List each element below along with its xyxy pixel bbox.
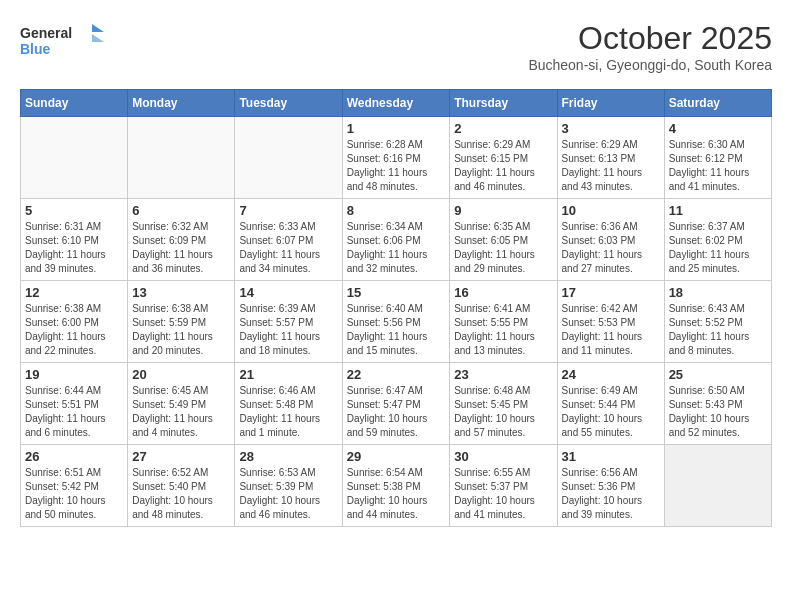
logo: General Blue: [20, 20, 110, 60]
calendar-cell: 30Sunrise: 6:55 AM Sunset: 5:37 PM Dayli…: [450, 445, 557, 527]
day-info: Sunrise: 6:38 AM Sunset: 5:59 PM Dayligh…: [132, 302, 230, 358]
calendar-cell: 25Sunrise: 6:50 AM Sunset: 5:43 PM Dayli…: [664, 363, 771, 445]
day-info: Sunrise: 6:45 AM Sunset: 5:49 PM Dayligh…: [132, 384, 230, 440]
calendar-cell: 20Sunrise: 6:45 AM Sunset: 5:49 PM Dayli…: [128, 363, 235, 445]
calendar-cell: 6Sunrise: 6:32 AM Sunset: 6:09 PM Daylig…: [128, 199, 235, 281]
day-info: Sunrise: 6:32 AM Sunset: 6:09 PM Dayligh…: [132, 220, 230, 276]
calendar-cell: 23Sunrise: 6:48 AM Sunset: 5:45 PM Dayli…: [450, 363, 557, 445]
day-number: 3: [562, 121, 660, 136]
day-number: 29: [347, 449, 446, 464]
day-number: 13: [132, 285, 230, 300]
calendar-cell: 24Sunrise: 6:49 AM Sunset: 5:44 PM Dayli…: [557, 363, 664, 445]
weekday-header-sunday: Sunday: [21, 90, 128, 117]
day-number: 30: [454, 449, 552, 464]
svg-marker-3: [92, 34, 104, 42]
day-info: Sunrise: 6:50 AM Sunset: 5:43 PM Dayligh…: [669, 384, 767, 440]
location-subtitle: Bucheon-si, Gyeonggi-do, South Korea: [528, 57, 772, 73]
weekday-header-friday: Friday: [557, 90, 664, 117]
day-number: 10: [562, 203, 660, 218]
day-number: 24: [562, 367, 660, 382]
day-number: 26: [25, 449, 123, 464]
day-info: Sunrise: 6:55 AM Sunset: 5:37 PM Dayligh…: [454, 466, 552, 522]
day-info: Sunrise: 6:43 AM Sunset: 5:52 PM Dayligh…: [669, 302, 767, 358]
day-number: 19: [25, 367, 123, 382]
day-info: Sunrise: 6:56 AM Sunset: 5:36 PM Dayligh…: [562, 466, 660, 522]
calendar-cell: 12Sunrise: 6:38 AM Sunset: 6:00 PM Dayli…: [21, 281, 128, 363]
calendar-cell: 27Sunrise: 6:52 AM Sunset: 5:40 PM Dayli…: [128, 445, 235, 527]
day-number: 20: [132, 367, 230, 382]
calendar-cell: 13Sunrise: 6:38 AM Sunset: 5:59 PM Dayli…: [128, 281, 235, 363]
calendar-cell: 10Sunrise: 6:36 AM Sunset: 6:03 PM Dayli…: [557, 199, 664, 281]
day-number: 17: [562, 285, 660, 300]
day-info: Sunrise: 6:29 AM Sunset: 6:13 PM Dayligh…: [562, 138, 660, 194]
calendar-cell: 5Sunrise: 6:31 AM Sunset: 6:10 PM Daylig…: [21, 199, 128, 281]
day-info: Sunrise: 6:29 AM Sunset: 6:15 PM Dayligh…: [454, 138, 552, 194]
weekday-header-wednesday: Wednesday: [342, 90, 450, 117]
weekday-header-tuesday: Tuesday: [235, 90, 342, 117]
day-number: 27: [132, 449, 230, 464]
calendar-cell: 15Sunrise: 6:40 AM Sunset: 5:56 PM Dayli…: [342, 281, 450, 363]
day-info: Sunrise: 6:40 AM Sunset: 5:56 PM Dayligh…: [347, 302, 446, 358]
calendar-cell: 31Sunrise: 6:56 AM Sunset: 5:36 PM Dayli…: [557, 445, 664, 527]
day-info: Sunrise: 6:34 AM Sunset: 6:06 PM Dayligh…: [347, 220, 446, 276]
calendar-cell: 8Sunrise: 6:34 AM Sunset: 6:06 PM Daylig…: [342, 199, 450, 281]
weekday-header-row: SundayMondayTuesdayWednesdayThursdayFrid…: [21, 90, 772, 117]
logo-svg: General Blue: [20, 20, 110, 60]
weekday-header-saturday: Saturday: [664, 90, 771, 117]
calendar-cell: 16Sunrise: 6:41 AM Sunset: 5:55 PM Dayli…: [450, 281, 557, 363]
day-info: Sunrise: 6:41 AM Sunset: 5:55 PM Dayligh…: [454, 302, 552, 358]
weekday-header-thursday: Thursday: [450, 90, 557, 117]
calendar-cell: 26Sunrise: 6:51 AM Sunset: 5:42 PM Dayli…: [21, 445, 128, 527]
calendar-cell: 21Sunrise: 6:46 AM Sunset: 5:48 PM Dayli…: [235, 363, 342, 445]
day-number: 28: [239, 449, 337, 464]
day-info: Sunrise: 6:51 AM Sunset: 5:42 PM Dayligh…: [25, 466, 123, 522]
calendar-cell: 14Sunrise: 6:39 AM Sunset: 5:57 PM Dayli…: [235, 281, 342, 363]
calendar-week-row: 5Sunrise: 6:31 AM Sunset: 6:10 PM Daylig…: [21, 199, 772, 281]
calendar-cell: 18Sunrise: 6:43 AM Sunset: 5:52 PM Dayli…: [664, 281, 771, 363]
calendar-cell: 29Sunrise: 6:54 AM Sunset: 5:38 PM Dayli…: [342, 445, 450, 527]
day-number: 18: [669, 285, 767, 300]
day-number: 2: [454, 121, 552, 136]
day-number: 1: [347, 121, 446, 136]
calendar-cell: 7Sunrise: 6:33 AM Sunset: 6:07 PM Daylig…: [235, 199, 342, 281]
day-number: 4: [669, 121, 767, 136]
day-info: Sunrise: 6:42 AM Sunset: 5:53 PM Dayligh…: [562, 302, 660, 358]
day-info: Sunrise: 6:37 AM Sunset: 6:02 PM Dayligh…: [669, 220, 767, 276]
day-info: Sunrise: 6:31 AM Sunset: 6:10 PM Dayligh…: [25, 220, 123, 276]
day-number: 6: [132, 203, 230, 218]
day-info: Sunrise: 6:47 AM Sunset: 5:47 PM Dayligh…: [347, 384, 446, 440]
calendar-cell: 28Sunrise: 6:53 AM Sunset: 5:39 PM Dayli…: [235, 445, 342, 527]
day-info: Sunrise: 6:28 AM Sunset: 6:16 PM Dayligh…: [347, 138, 446, 194]
calendar-week-row: 26Sunrise: 6:51 AM Sunset: 5:42 PM Dayli…: [21, 445, 772, 527]
calendar-cell: [21, 117, 128, 199]
title-block: October 2025 Bucheon-si, Gyeonggi-do, So…: [528, 20, 772, 73]
day-info: Sunrise: 6:38 AM Sunset: 6:00 PM Dayligh…: [25, 302, 123, 358]
weekday-header-monday: Monday: [128, 90, 235, 117]
day-info: Sunrise: 6:46 AM Sunset: 5:48 PM Dayligh…: [239, 384, 337, 440]
calendar-cell: 9Sunrise: 6:35 AM Sunset: 6:05 PM Daylig…: [450, 199, 557, 281]
day-number: 23: [454, 367, 552, 382]
calendar-week-row: 1Sunrise: 6:28 AM Sunset: 6:16 PM Daylig…: [21, 117, 772, 199]
calendar-cell: 2Sunrise: 6:29 AM Sunset: 6:15 PM Daylig…: [450, 117, 557, 199]
svg-marker-2: [92, 24, 104, 32]
calendar-cell: 3Sunrise: 6:29 AM Sunset: 6:13 PM Daylig…: [557, 117, 664, 199]
calendar-cell: 11Sunrise: 6:37 AM Sunset: 6:02 PM Dayli…: [664, 199, 771, 281]
day-number: 16: [454, 285, 552, 300]
day-info: Sunrise: 6:54 AM Sunset: 5:38 PM Dayligh…: [347, 466, 446, 522]
calendar-cell: [235, 117, 342, 199]
calendar-week-row: 12Sunrise: 6:38 AM Sunset: 6:00 PM Dayli…: [21, 281, 772, 363]
day-number: 22: [347, 367, 446, 382]
day-info: Sunrise: 6:49 AM Sunset: 5:44 PM Dayligh…: [562, 384, 660, 440]
day-number: 15: [347, 285, 446, 300]
calendar-cell: 4Sunrise: 6:30 AM Sunset: 6:12 PM Daylig…: [664, 117, 771, 199]
svg-text:Blue: Blue: [20, 41, 51, 57]
day-info: Sunrise: 6:36 AM Sunset: 6:03 PM Dayligh…: [562, 220, 660, 276]
calendar-table: SundayMondayTuesdayWednesdayThursdayFrid…: [20, 89, 772, 527]
day-info: Sunrise: 6:33 AM Sunset: 6:07 PM Dayligh…: [239, 220, 337, 276]
calendar-cell: 22Sunrise: 6:47 AM Sunset: 5:47 PM Dayli…: [342, 363, 450, 445]
day-number: 25: [669, 367, 767, 382]
day-number: 7: [239, 203, 337, 218]
day-number: 9: [454, 203, 552, 218]
day-number: 21: [239, 367, 337, 382]
calendar-week-row: 19Sunrise: 6:44 AM Sunset: 5:51 PM Dayli…: [21, 363, 772, 445]
